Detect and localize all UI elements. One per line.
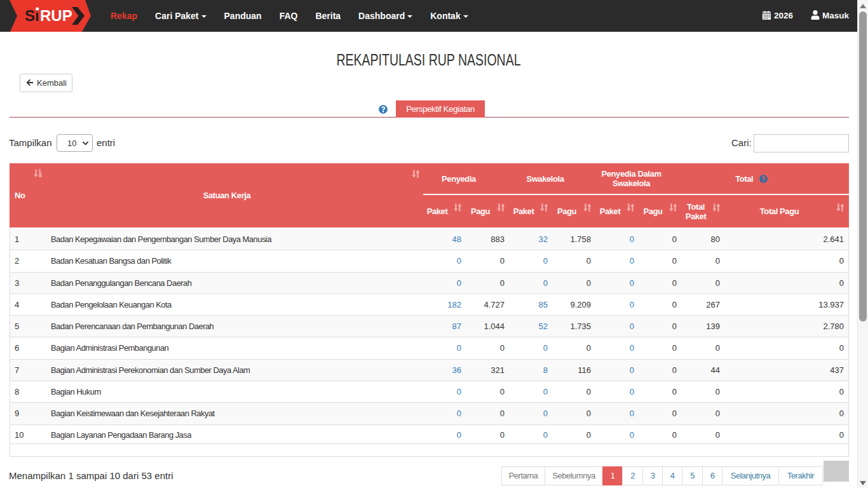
- svg-text:RUP: RUP: [40, 7, 72, 24]
